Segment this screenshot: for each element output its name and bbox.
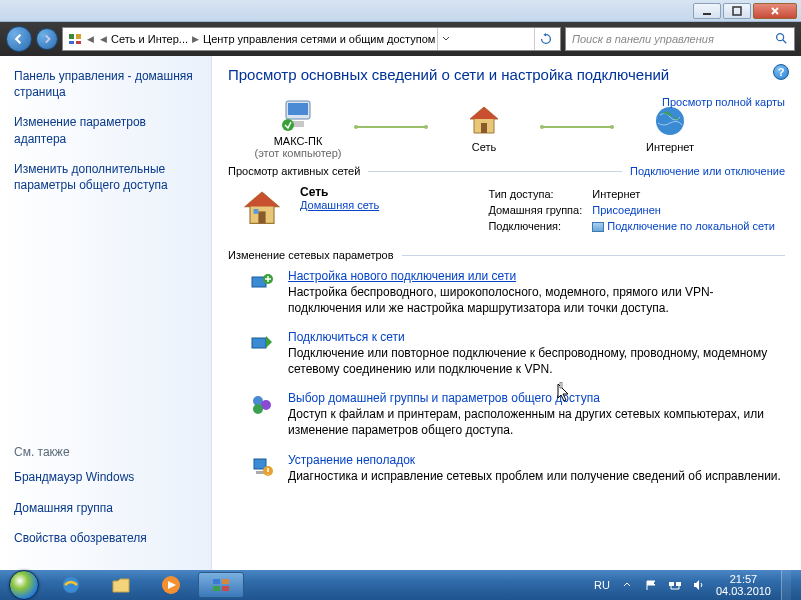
svg-rect-29: [213, 586, 220, 591]
svg-rect-17: [252, 338, 266, 348]
taskbar-ie[interactable]: [48, 572, 94, 598]
start-button[interactable]: [4, 570, 44, 600]
option-troubleshoot-link[interactable]: Устранение неполадок: [288, 453, 415, 467]
active-network-block: Сеть Домашняя сеть Тип доступа:Интернет …: [238, 185, 785, 235]
taskbar-explorer[interactable]: [98, 572, 144, 598]
connect-disconnect-link[interactable]: Подключение или отключение: [630, 165, 785, 177]
svg-rect-2: [69, 34, 74, 39]
taskbar: RU 21:57 04.03.2010: [0, 570, 801, 600]
svg-rect-1: [733, 7, 741, 15]
sidebar: Панель управления - домашняя страница Из…: [0, 56, 212, 570]
chevron-left-icon: ◀: [100, 34, 107, 44]
lan-icon: [592, 222, 604, 232]
homegroup-link[interactable]: Присоединен: [592, 204, 661, 216]
node-pc-label: МАКС-ПК: [274, 135, 323, 147]
option-new-connection-link[interactable]: Настройка нового подключения или сети: [288, 269, 516, 283]
tray-show-hidden-icon[interactable]: [620, 578, 634, 592]
troubleshoot-icon: [248, 453, 276, 481]
network-node-net[interactable]: Сеть: [434, 101, 534, 153]
main-content: ? Просмотр основных сведений о сети и на…: [212, 56, 801, 570]
sidebar-also-internet-options[interactable]: Свойства обозревателя: [14, 530, 201, 546]
sidebar-also-homegroup[interactable]: Домашняя группа: [14, 500, 201, 516]
chevron-right-icon: ▶: [192, 34, 199, 44]
option-troubleshoot[interactable]: Устранение неполадок Диагностика и испра…: [248, 453, 785, 485]
breadcrumb-dropdown[interactable]: [437, 28, 453, 50]
new-connection-icon: [248, 269, 276, 297]
svg-point-6: [777, 34, 784, 41]
search-placeholder: Поиск в панели управления: [572, 33, 714, 45]
network-line: [542, 126, 612, 128]
option-connect-link[interactable]: Подключиться к сети: [288, 330, 405, 344]
breadcrumb-seg-2[interactable]: Центр управления сетями и общим доступом: [203, 33, 435, 45]
node-internet-label: Интернет: [646, 141, 694, 153]
svg-rect-5: [76, 41, 81, 44]
svg-point-10: [282, 119, 294, 131]
svg-point-20: [253, 404, 263, 414]
page-title: Просмотр основных сведений о сети и наст…: [228, 66, 785, 83]
show-desktop-button[interactable]: [781, 570, 791, 600]
taskbar-control-panel[interactable]: [198, 572, 244, 598]
homegroup-icon: [248, 391, 276, 419]
svg-point-12: [656, 107, 684, 135]
svg-rect-14: [254, 209, 259, 214]
forward-button[interactable]: [36, 28, 58, 50]
svg-rect-4: [69, 41, 74, 44]
network-node-pc[interactable]: МАКС-ПК (этот компьютер): [248, 95, 348, 159]
close-button[interactable]: [753, 3, 797, 19]
svg-rect-24: [560, 382, 562, 388]
sidebar-item-adapter[interactable]: Изменение параметров адаптера: [14, 114, 201, 146]
search-icon: [774, 31, 788, 47]
option-homegroup[interactable]: Выбор домашней группы и параметров общег…: [248, 391, 785, 438]
option-connect-desc: Подключение или повторное подключение к …: [288, 346, 785, 377]
option-homegroup-link[interactable]: Выбор домашней группы и параметров общег…: [288, 391, 600, 405]
network-line: [356, 126, 426, 128]
option-connect[interactable]: Подключиться к сети Подключение или повт…: [248, 330, 785, 377]
refresh-button[interactable]: [534, 28, 556, 50]
taskbar-wmp[interactable]: [148, 572, 194, 598]
svg-rect-11: [481, 123, 487, 133]
active-net-type-link[interactable]: Домашняя сеть: [300, 199, 379, 211]
back-button[interactable]: [6, 26, 32, 52]
section-active-label: Просмотр активных сетей: [228, 165, 360, 177]
tray-clock[interactable]: 21:57 04.03.2010: [716, 573, 771, 597]
tray-volume-icon[interactable]: [692, 578, 706, 592]
svg-rect-31: [669, 582, 674, 586]
svg-rect-22: [256, 471, 264, 474]
svg-rect-21: [254, 459, 266, 469]
tray-flag-icon[interactable]: [644, 578, 658, 592]
option-homegroup-desc: Доступ к файлам и принтерам, расположенн…: [288, 407, 785, 438]
sidebar-item-sharing[interactable]: Изменить дополнительные параметры общего…: [14, 161, 201, 193]
tray-network-icon[interactable]: [668, 578, 682, 592]
clock-time: 21:57: [716, 573, 771, 585]
sidebar-home-link[interactable]: Панель управления - домашняя страница: [14, 68, 201, 100]
help-icon[interactable]: ?: [773, 64, 789, 80]
breadcrumb[interactable]: ◀ ◀ Сеть и Интер... ▶ Центр управления с…: [62, 27, 561, 51]
chevron-left-icon: ◀: [87, 34, 94, 44]
svg-rect-8: [288, 103, 308, 115]
node-net-label: Сеть: [472, 141, 496, 153]
house-icon: [238, 185, 286, 233]
sidebar-also-firewall[interactable]: Брандмауэр Windows: [14, 469, 201, 485]
computer-icon: [278, 95, 318, 135]
maximize-button[interactable]: [723, 3, 751, 19]
section-change-label: Изменение сетевых параметров: [228, 249, 394, 261]
network-properties: Тип доступа:Интернет Домашняя группа:При…: [486, 185, 785, 235]
search-input[interactable]: Поиск в панели управления: [565, 27, 795, 51]
system-tray: RU 21:57 04.03.2010: [594, 570, 797, 600]
option-new-connection-desc: Настройка беспроводного, широкополосного…: [288, 285, 785, 316]
see-also-title: См. также: [14, 445, 201, 459]
sidebar-see-also: См. также Брандмауэр Windows Домашняя гр…: [14, 445, 201, 560]
svg-rect-27: [213, 579, 220, 584]
language-indicator[interactable]: RU: [594, 579, 610, 591]
lan-connection-link[interactable]: Подключение по локальной сети: [607, 220, 775, 232]
breadcrumb-seg-1[interactable]: Сеть и Интер...: [111, 33, 188, 45]
connect-icon: [248, 330, 276, 358]
node-pc-sublabel: (этот компьютер): [254, 147, 341, 159]
full-map-link[interactable]: Просмотр полной карты: [662, 96, 785, 108]
active-net-name: Сеть: [300, 185, 379, 199]
option-new-connection[interactable]: Настройка нового подключения или сети На…: [248, 269, 785, 316]
navigation-bar: ◀ ◀ Сеть и Интер... ▶ Центр управления с…: [0, 22, 801, 56]
clock-date: 04.03.2010: [716, 585, 771, 597]
network-node-internet[interactable]: Интернет: [620, 101, 720, 153]
minimize-button[interactable]: [693, 3, 721, 19]
